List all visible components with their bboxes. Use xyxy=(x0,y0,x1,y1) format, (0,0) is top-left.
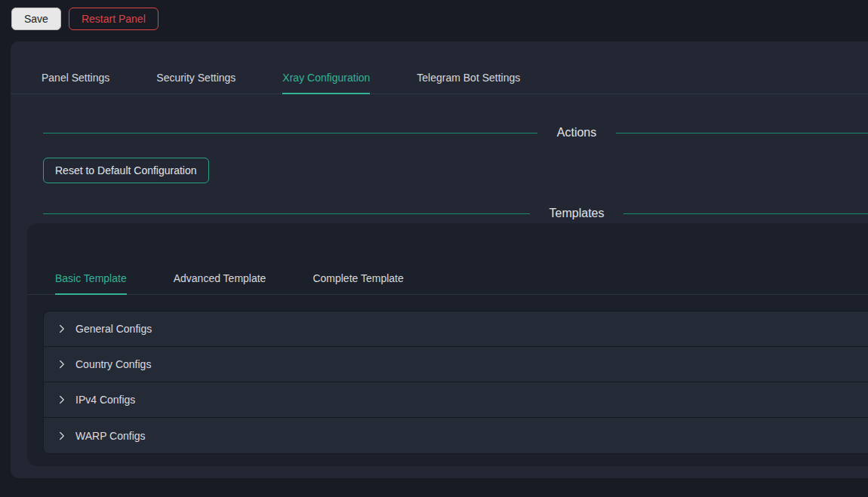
chevron-right-icon xyxy=(57,395,66,404)
actions-divider: Actions xyxy=(11,126,868,140)
collapse-row-general-configs[interactable]: General Configs xyxy=(44,311,868,347)
templates-divider: Templates xyxy=(11,207,868,220)
tab-telegram-bot-settings[interactable]: Telegram Bot Settings xyxy=(417,63,520,94)
save-button[interactable]: Save xyxy=(11,8,61,30)
tab-complete-template[interactable]: Complete Template xyxy=(312,265,403,294)
collapse-row-ipv4-configs[interactable]: IPv4 Configs xyxy=(44,382,868,418)
collapse-row-country-configs[interactable]: Country Configs xyxy=(44,347,868,382)
settings-card: Panel Settings Security Settings Xray Co… xyxy=(11,41,868,478)
settings-tab-bar: Panel Settings Security Settings Xray Co… xyxy=(11,63,868,94)
templates-divider-label: Templates xyxy=(549,207,605,220)
restart-panel-button[interactable]: Restart Panel xyxy=(69,8,159,30)
templates-card: Basic Template Advanced Template Complet… xyxy=(27,223,868,466)
collapse-row-label: WARP Configs xyxy=(75,430,146,442)
chevron-right-icon xyxy=(57,324,66,333)
collapse-row-label: Country Configs xyxy=(75,358,151,370)
tab-advanced-template[interactable]: Advanced Template xyxy=(174,265,266,294)
collapse-row-label: IPv4 Configs xyxy=(75,394,135,406)
tab-security-settings[interactable]: Security Settings xyxy=(156,63,235,94)
collapse-row-label: General Configs xyxy=(75,323,152,335)
tab-basic-template[interactable]: Basic Template xyxy=(55,265,127,294)
collapse-row-warp-configs[interactable]: WARP Configs xyxy=(44,418,868,453)
chevron-right-icon xyxy=(57,431,66,440)
reset-default-config-button[interactable]: Reset to Default Configuration xyxy=(43,158,209,183)
tab-panel-settings[interactable]: Panel Settings xyxy=(42,63,109,94)
tab-xray-configuration[interactable]: Xray Configuration xyxy=(282,63,370,94)
templates-tab-bar: Basic Template Advanced Template Complet… xyxy=(27,265,868,295)
actions-divider-label: Actions xyxy=(557,126,596,140)
template-config-collapse: General Configs Country Configs IPv4 Con… xyxy=(43,311,868,454)
topbar: Save Restart Panel xyxy=(0,0,868,38)
chevron-right-icon xyxy=(57,360,66,369)
